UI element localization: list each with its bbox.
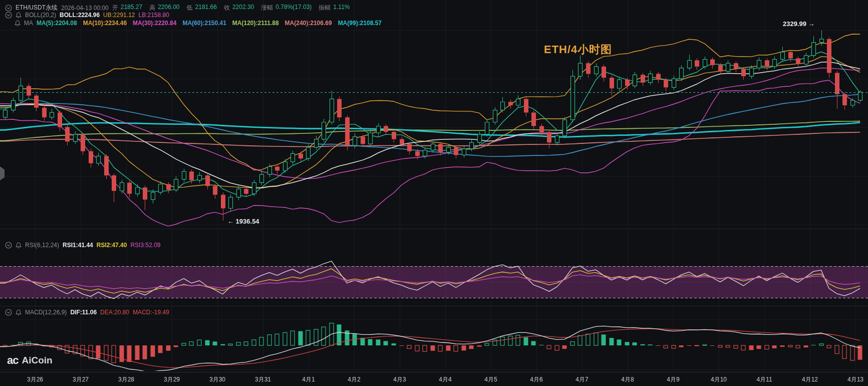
rsi2-value: RSI2:47.40 xyxy=(97,242,127,249)
boll-indicator-bar: BOLL(20,2) BOLL:2224.96 UB:2291.12 LB:21… xyxy=(5,12,169,19)
ohlc-item: 涨幅0.78%(17.03) xyxy=(261,4,312,12)
rsi-label: RSI(6,12,24) xyxy=(25,242,59,249)
x-axis-label: 4月4 xyxy=(439,375,451,384)
x-axis: 3月263月273月283月293月303月314月14月24月34月44月54… xyxy=(0,372,868,386)
boll-label: BOLL(20,2) xyxy=(25,12,56,19)
x-axis-label: 4月6 xyxy=(530,375,542,384)
x-axis-label: 4月11 xyxy=(756,375,772,384)
rsi1-value: RSI1:41.44 xyxy=(63,242,93,249)
ohlc-item: 振幅1.11% xyxy=(319,4,350,12)
x-axis-label: 4月10 xyxy=(711,375,727,384)
boll-lb-value: LB:2158.80 xyxy=(138,12,169,19)
ma-label: MA xyxy=(24,20,33,27)
symbol-name: ETH/USDT永续 xyxy=(16,4,58,12)
x-axis-label: 4月9 xyxy=(667,375,679,384)
x-axis-label: 4月1 xyxy=(302,375,315,384)
high-price-annotation: 2329.99 → xyxy=(783,20,815,28)
collapse-chevron-icon[interactable] xyxy=(5,12,12,19)
ma-value: MA(30):2220.84 xyxy=(133,20,176,27)
macd-dif-value: DIF:11.06 xyxy=(70,309,97,316)
macd-value: MACD:-19.49 xyxy=(133,309,169,316)
ma-value: MA(5):2204.08 xyxy=(37,20,77,27)
ma-value: MA(120):2111.88 xyxy=(232,20,279,27)
candle-datetime: 2026-04-13 00:00 xyxy=(61,5,109,12)
alert-bell-icon[interactable] xyxy=(16,242,22,249)
collapse-chevron-icon[interactable] xyxy=(5,5,12,12)
macd-dea-value: DEA:20.80 xyxy=(100,309,129,316)
x-axis-label: 3月31 xyxy=(255,375,271,384)
chart-canvas[interactable] xyxy=(0,0,868,386)
x-axis-label: 3月29 xyxy=(164,375,180,384)
aicoin-logo-mark: ac xyxy=(7,354,18,367)
ohlc-item: 开2185.27 xyxy=(112,4,142,12)
boll-mid-value: BOLL:2224.96 xyxy=(60,12,100,19)
low-price-annotation: ← 1936.54 xyxy=(227,218,259,225)
ma-value: MA(99):2108.57 xyxy=(338,20,382,27)
ma-values: MA(5):2204.08MA(10):2234.46MA(30):2220.8… xyxy=(37,20,382,27)
chart-title-annotation: ETH/4小时图 xyxy=(544,42,612,57)
x-axis-label: 3月27 xyxy=(73,375,89,384)
ma-value: MA(10):2234.46 xyxy=(83,20,127,27)
collapse-chevron-icon[interactable] xyxy=(5,242,12,249)
rsi-indicator-bar: RSI(6,12,24) RSI1:41.44 RSI2:47.40 RSI3:… xyxy=(5,242,161,249)
x-axis-label: 3月30 xyxy=(209,375,225,384)
ma-value: MA(60):2150.41 xyxy=(182,20,226,27)
macd-indicator-bar: MACD(12,26,9) DIF:11.06 DEA:20.80 MACD:-… xyxy=(5,309,169,316)
rsi3-value: RSI3:52.09 xyxy=(130,242,160,249)
symbol-info-bar: ETH/USDT永续 2026-04-13 00:00 开2185.27高220… xyxy=(5,4,350,12)
x-axis-label: 4月3 xyxy=(393,375,406,384)
ma-value: MA(240):2106.69 xyxy=(285,20,332,27)
alert-bell-icon[interactable] xyxy=(16,309,22,316)
x-axis-label: 4月12 xyxy=(802,375,818,384)
ohlc-item: 高2206.00 xyxy=(149,4,179,12)
x-axis-label: 3月26 xyxy=(27,375,43,384)
ma-indicator-bar: MA MA(5):2204.08MA(10):2234.46MA(30):222… xyxy=(15,20,382,27)
ohlc-item: 收2202.30 xyxy=(224,4,254,12)
alert-bell-icon[interactable] xyxy=(15,20,21,27)
boll-ub-value: UB:2291.12 xyxy=(103,12,135,19)
x-axis-label: 4月2 xyxy=(348,375,360,384)
x-axis-label: 4月8 xyxy=(621,375,634,384)
aicoin-logo: ac AiCoin xyxy=(7,354,53,367)
ohlc-values: 开2185.27高2206.00低2181.66收2202.30涨幅0.78%(… xyxy=(112,4,350,12)
collapse-chevron-icon[interactable] xyxy=(5,309,12,316)
macd-label: MACD(12,26,9) xyxy=(25,309,67,316)
x-axis-label: 4月5 xyxy=(484,375,497,384)
x-axis-label: 3月28 xyxy=(118,375,134,384)
x-axis-label: 4月13 xyxy=(847,375,863,384)
x-axis-label: 4月7 xyxy=(575,375,588,384)
trading-chart-app: ETH/USDT永续 2026-04-13 00:00 开2185.27高220… xyxy=(0,0,868,386)
aicoin-logo-text: AiCoin xyxy=(22,355,52,366)
alert-bell-icon[interactable] xyxy=(16,12,22,19)
ohlc-item: 低2181.66 xyxy=(187,4,217,12)
